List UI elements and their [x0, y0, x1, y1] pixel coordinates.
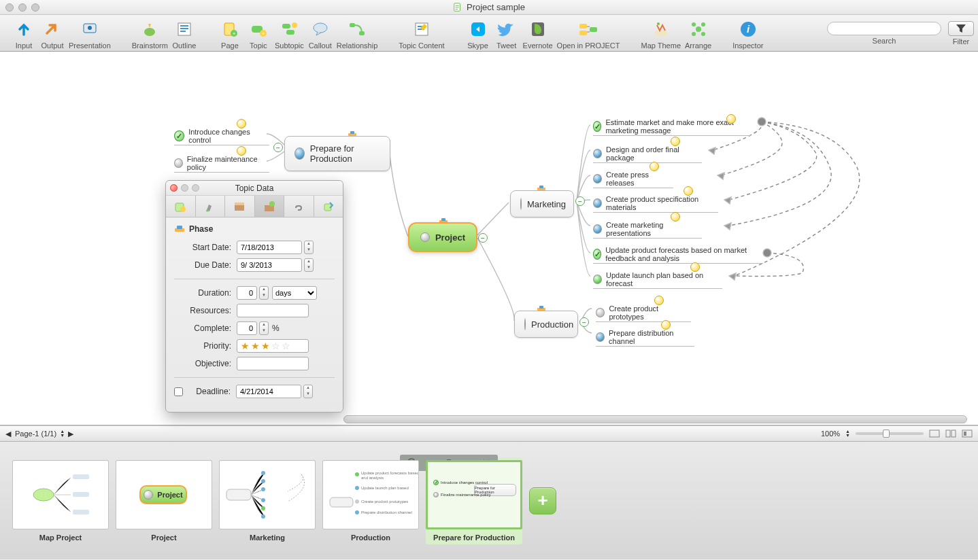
page-button[interactable]: +Page	[216, 18, 244, 50]
mindmap-canvas[interactable]: Project − Prepare for Production − ✓Intr…	[0, 52, 978, 425]
deadline-input[interactable]	[236, 385, 301, 398]
collapse-icon[interactable]: −	[273, 143, 283, 152]
due-date-input[interactable]	[237, 258, 302, 272]
view-mode-3-icon[interactable]	[962, 429, 973, 438]
tab-add[interactable]	[166, 196, 196, 217]
subitem[interactable]: Update launch plan based on forecast	[593, 271, 722, 287]
map-theme-button[interactable]: Map Theme	[639, 18, 684, 50]
resources-input[interactable]	[237, 304, 309, 317]
arrange-button[interactable]: Arrange	[683, 18, 713, 50]
svg-rect-23	[655, 31, 667, 36]
subitem[interactable]: Create product prototypes	[596, 304, 691, 321]
outline-button[interactable]: Outline	[170, 18, 199, 50]
slide-thumbnail[interactable]: Update product forecasts based on filean…	[322, 460, 419, 542]
svg-point-24	[657, 22, 660, 25]
subitem[interactable]: Create press releases	[593, 171, 673, 187]
resources-label: Resources:	[174, 306, 237, 315]
subitem[interactable]: Finalize maintenance policy	[174, 155, 269, 171]
skype-button[interactable]: Skype	[464, 18, 492, 50]
node-marketing[interactable]: Marketing	[510, 190, 574, 217]
tab-export[interactable]	[314, 196, 343, 217]
open-in-project-button[interactable]: Open in PROJECT	[555, 18, 622, 50]
subitem[interactable]: Create product specification materials	[593, 195, 718, 211]
search-input[interactable]	[827, 22, 941, 35]
collapse-icon[interactable]: −	[579, 317, 589, 327]
slide-thumbnail[interactable]: ProjectProject	[116, 460, 212, 542]
topic-content-button[interactable]: Topic Content	[397, 18, 446, 50]
root-node-project[interactable]: Project	[408, 222, 477, 252]
tab-brush[interactable]	[196, 196, 226, 217]
stepper[interactable]: ▲▼	[303, 385, 313, 398]
subtopic-button[interactable]: Subtopic	[273, 18, 306, 50]
callout-button[interactable]: Callout	[306, 18, 335, 50]
svg-point-78	[269, 201, 275, 207]
evernote-button[interactable]: Evernote	[521, 18, 555, 50]
zoom-slider[interactable]	[856, 432, 924, 435]
close-icon[interactable]	[170, 184, 178, 192]
zoom-value: 100%	[821, 430, 840, 438]
subitem[interactable]: Prepare distribution channel	[596, 329, 694, 345]
scrollbar-horizontal[interactable]	[343, 415, 967, 423]
subitem[interactable]: ✓Introduce changes control	[174, 128, 269, 144]
duration-input[interactable]	[237, 286, 257, 300]
start-date-input[interactable]	[237, 241, 302, 254]
filter-button[interactable]	[948, 21, 974, 36]
stepper[interactable]: ▲▼	[259, 321, 269, 335]
priority-stars[interactable]: ★★★☆☆	[237, 339, 309, 353]
add-slide-button[interactable]: +	[529, 487, 556, 514]
next-page-button[interactable]: ▶	[68, 430, 73, 438]
complete-input[interactable]	[237, 321, 257, 335]
collapse-icon[interactable]: −	[575, 196, 585, 206]
subitem[interactable]: Create marketing presentations	[593, 221, 702, 237]
zoom-stepper[interactable]: ▲▼	[845, 430, 850, 438]
output-button[interactable]: Output	[38, 18, 67, 50]
popup-traffic-lights[interactable]	[170, 184, 199, 192]
svg-point-57	[261, 479, 265, 483]
clock-icon	[650, 162, 659, 171]
collapse-icon[interactable]: −	[478, 233, 488, 243]
topic-button[interactable]: +Topic	[244, 18, 273, 50]
objective-label: Objective:	[174, 359, 237, 368]
subitem[interactable]: Design and order final package	[593, 145, 702, 162]
brainstorm-button[interactable]: Brainstorm	[130, 18, 170, 50]
slide-thumbnail-selected[interactable]: Prepare for Production✓Introduce changes…	[426, 457, 522, 544]
svg-point-74	[206, 209, 209, 211]
clock-icon	[684, 186, 693, 196]
svg-rect-43	[946, 430, 950, 437]
view-mode-1-icon[interactable]	[929, 429, 940, 438]
subitem[interactable]: ✓Update product forecasts based on marke…	[593, 246, 763, 262]
stepper[interactable]: ▲▼	[304, 241, 314, 254]
svg-point-56	[261, 471, 265, 475]
node-production[interactable]: Production	[514, 311, 578, 338]
svg-rect-39	[539, 186, 543, 188]
svg-point-60	[261, 506, 265, 510]
stepper[interactable]: ▲▼	[259, 286, 269, 300]
duration-unit-select[interactable]: days	[272, 286, 317, 300]
relationship-button[interactable]: Relationship	[335, 18, 380, 50]
slide-thumbnail[interactable]: Map Project	[12, 460, 109, 542]
svg-rect-62	[330, 497, 353, 507]
slide-thumbnail[interactable]: Marketing	[219, 460, 316, 542]
tab-schedule[interactable]	[255, 196, 285, 217]
svg-point-3	[144, 28, 155, 36]
svg-text:+: +	[262, 31, 265, 37]
svg-rect-42	[930, 430, 939, 437]
svg-rect-22	[590, 27, 597, 32]
svg-text:Update launch plan based: Update launch plan based	[361, 486, 409, 490]
presentation-button[interactable]: Presentation	[67, 18, 113, 50]
clock-icon	[237, 146, 246, 156]
objective-input[interactable]	[237, 357, 309, 370]
deadline-checkbox[interactable]	[174, 387, 183, 396]
stepper[interactable]: ▲▼	[304, 258, 314, 272]
node-prepare-production[interactable]: Prepare for Production	[284, 136, 390, 171]
input-button[interactable]: Input	[10, 18, 38, 50]
page-stepper[interactable]: ▲▼	[60, 430, 65, 438]
tab-link[interactable]	[284, 196, 314, 217]
prev-page-button[interactable]: ◀	[5, 430, 11, 438]
svg-point-73	[180, 207, 186, 212]
svg-point-59	[261, 498, 265, 502]
tweet-button[interactable]: Tweet	[492, 18, 521, 50]
tab-box[interactable]	[225, 196, 255, 217]
inspector-button[interactable]: iInspector	[730, 18, 765, 50]
view-mode-2-icon[interactable]	[945, 429, 956, 438]
